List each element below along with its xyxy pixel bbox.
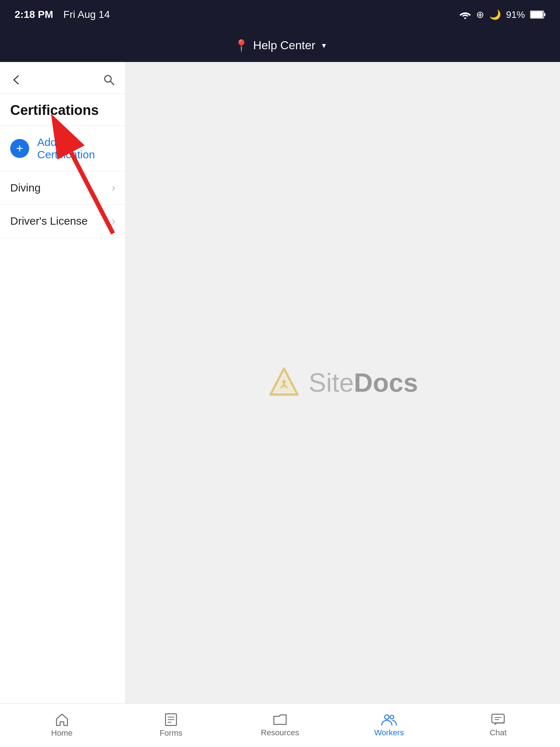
- status-bar: 2:18 PM Fri Aug 14 ⊕ 🌙 91%: [0, 0, 560, 29]
- workers-nav-label: Workers: [374, 728, 404, 738]
- drivers-license-label: Driver's License: [10, 215, 88, 227]
- add-certification-label: Add Certification: [37, 136, 115, 161]
- sidebar-top-bar: [0, 62, 125, 94]
- battery-icon: [530, 11, 545, 19]
- bottom-nav: Home Forms Resources Workers: [0, 703, 560, 747]
- chevron-right-icon-2: ›: [112, 215, 115, 227]
- home-nav-label: Home: [51, 728, 73, 738]
- plus-circle-icon: +: [10, 139, 29, 158]
- nav-resources[interactable]: Resources: [225, 713, 334, 738]
- resources-nav-label: Resources: [261, 728, 299, 738]
- nav-home[interactable]: Home: [7, 713, 116, 738]
- chat-icon: [491, 713, 505, 726]
- location-pin-icon: 📍: [234, 39, 249, 53]
- sitedocs-logo-icon: [268, 366, 300, 399]
- back-button[interactable]: [10, 74, 23, 86]
- resources-icon: [273, 713, 287, 726]
- status-left: 2:18 PM Fri Aug 14: [15, 9, 110, 20]
- sitedocs-logo: SiteDocs: [268, 366, 418, 399]
- circle-status-icon: ⊕: [476, 9, 484, 20]
- drivers-license-item[interactable]: Driver's License ›: [0, 205, 125, 238]
- header-title-area: 📍 Help Center ▾: [234, 39, 326, 53]
- nav-forms[interactable]: Forms: [116, 713, 225, 738]
- sidebar-list: + Add Certification Diving › Driver's Li…: [0, 126, 125, 703]
- drivers-license-cert-row: Driver's License ›: [10, 215, 115, 227]
- battery-percent: 91%: [506, 9, 525, 20]
- search-icon: [103, 74, 115, 86]
- home-icon: [55, 713, 69, 726]
- main-layout: Certifications + Add Certification Divin…: [0, 62, 560, 703]
- search-button[interactable]: [103, 74, 115, 86]
- back-arrow-icon: [10, 74, 23, 86]
- status-right: ⊕ 🌙 91%: [459, 9, 545, 20]
- sidebar-heading: Certifications: [0, 94, 125, 126]
- diving-cert-row: Diving ›: [10, 182, 115, 194]
- content-area: SiteDocs: [126, 62, 560, 703]
- svg-rect-3: [531, 11, 543, 18]
- status-time: 2:18 PM: [15, 9, 53, 20]
- forms-nav-label: Forms: [160, 728, 182, 738]
- header-title: Help Center: [253, 39, 315, 52]
- chat-nav-label: Chat: [490, 728, 506, 738]
- dropdown-arrow-icon: ▾: [322, 41, 326, 50]
- workers-icon: [381, 713, 397, 726]
- forms-icon: [165, 713, 177, 726]
- svg-point-0: [464, 18, 466, 19]
- sitedocs-logo-text: SiteDocs: [308, 368, 418, 398]
- nav-chat[interactable]: Chat: [444, 713, 553, 738]
- chevron-right-icon: ›: [112, 182, 115, 194]
- add-certification-item[interactable]: + Add Certification: [0, 126, 125, 171]
- moon-icon: 🌙: [489, 9, 501, 20]
- nav-workers[interactable]: Workers: [335, 713, 444, 738]
- diving-item[interactable]: Diving ›: [0, 171, 125, 205]
- svg-point-16: [385, 715, 389, 719]
- svg-rect-18: [492, 714, 504, 723]
- status-date: Fri Aug 14: [63, 9, 110, 20]
- wifi-icon: [459, 10, 471, 19]
- app-header: 📍 Help Center ▾: [0, 29, 560, 62]
- svg-rect-2: [544, 13, 545, 16]
- svg-point-17: [390, 715, 394, 719]
- diving-label: Diving: [10, 182, 40, 194]
- svg-line-7: [110, 81, 114, 85]
- sidebar: Certifications + Add Certification Divin…: [0, 62, 126, 703]
- status-icons: ⊕ 🌙 91%: [459, 9, 545, 20]
